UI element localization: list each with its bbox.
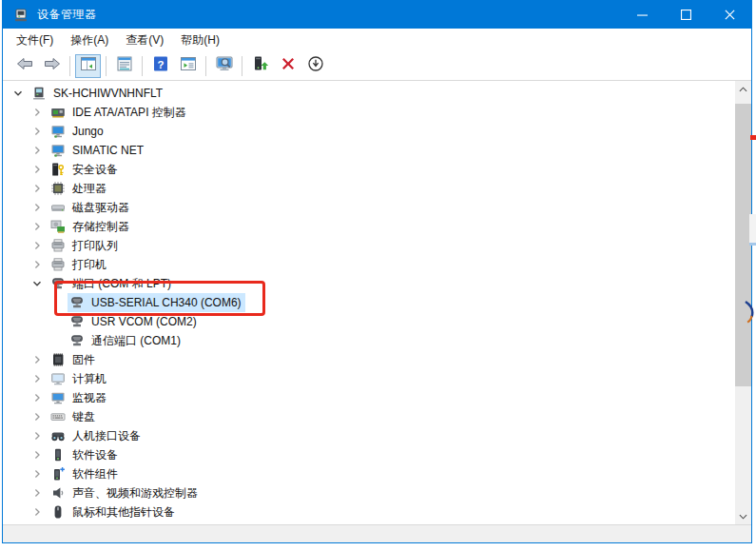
- screen: { "window": { "title": "设备管理器", "accent_…: [0, 0, 756, 551]
- tree-item-main[interactable]: 打印队列: [48, 236, 122, 255]
- collapsed-expander-icon[interactable]: [31, 468, 43, 480]
- scroll-down-button[interactable]: [735, 508, 751, 524]
- collapsed-expander-icon[interactable]: [31, 183, 43, 194]
- tree-item-main[interactable]: 人机接口设备: [48, 426, 145, 445]
- tree-item-disk-drives[interactable]: 磁盘驱动器: [3, 198, 735, 217]
- tree-item-main[interactable]: 处理器: [48, 179, 110, 198]
- tree-item-main[interactable]: Jungo: [48, 122, 107, 141]
- collapsed-expander-icon[interactable]: [31, 506, 43, 518]
- tree-item-main[interactable]: 监视器: [48, 388, 110, 407]
- toolbar-forward-button[interactable]: [39, 54, 65, 78]
- tree-item-hid-devices[interactable]: 人机接口设备: [3, 426, 735, 445]
- tree-item-printers[interactable]: 打印机: [3, 255, 735, 274]
- tree-item-main[interactable]: 键盘: [48, 407, 99, 426]
- tree-item-main[interactable]: 鼠标和其他指针设备: [48, 502, 179, 521]
- tree-item-storage-controllers[interactable]: 存储控制器: [3, 217, 735, 236]
- scroll-up-button[interactable]: [735, 81, 751, 97]
- tree-item-ports[interactable]: 端口 (COM 和 LPT): [3, 274, 735, 293]
- tree-item-main[interactable]: 计算机: [48, 369, 110, 388]
- collapsed-expander-icon[interactable]: [31, 259, 43, 270]
- tree-item-monitors[interactable]: 监视器: [3, 388, 735, 407]
- tree-item-main[interactable]: SK-HCHIWVNHNFLT: [29, 84, 166, 103]
- menu-file[interactable]: 文件(F): [8, 29, 62, 52]
- tree-item-main[interactable]: 打印机: [48, 255, 110, 274]
- tree-item-main[interactable]: IDE ATA/ATAPI 控制器: [48, 103, 190, 122]
- tree-item-main[interactable]: 安全设备: [48, 160, 122, 179]
- close-button[interactable]: [708, 1, 751, 29]
- collapsed-expander-icon[interactable]: [31, 487, 43, 499]
- tree-item-print-queues[interactable]: 打印队列: [3, 236, 735, 255]
- tree-item-main[interactable]: SIMATIC NET: [48, 141, 147, 160]
- toolbar-console-tree-button[interactable]: [75, 54, 101, 78]
- tree-item-sound-video-game[interactable]: 声音、视频和游戏控制器: [3, 483, 735, 502]
- expanded-expander-icon[interactable]: [12, 88, 24, 99]
- collapsed-expander-icon[interactable]: [31, 392, 43, 403]
- menu-action[interactable]: 操作(A): [62, 29, 117, 52]
- expanded-expander-icon[interactable]: [31, 278, 43, 289]
- tree-item-root[interactable]: SK-HCHIWVNHNFLT: [3, 84, 735, 103]
- collapsed-expander-icon[interactable]: [31, 202, 43, 213]
- tree-item-label: 人机接口设备: [72, 428, 141, 444]
- menu-view[interactable]: 查看(V): [117, 29, 172, 52]
- toolbar-disable-device-button[interactable]: [302, 54, 328, 78]
- tree-item-firmware[interactable]: 固件: [3, 350, 735, 369]
- tree-item-main[interactable]: 通信端口 (COM1): [68, 331, 184, 350]
- monitor-icon: [50, 390, 66, 405]
- collapsed-expander-icon[interactable]: [31, 107, 43, 118]
- tree-item-main[interactable]: USR VCOM (COM2): [68, 312, 201, 331]
- toolbar-uninstall-button[interactable]: [275, 54, 300, 78]
- collapsed-expander-icon[interactable]: [31, 430, 43, 442]
- tree-item-main[interactable]: 固件: [48, 350, 99, 369]
- tree-item-main[interactable]: 软件组件: [48, 464, 122, 483]
- toolbar-action-pane-button[interactable]: [175, 54, 201, 78]
- tree-item-security-devices[interactable]: 安全设备: [3, 160, 735, 179]
- toolbar-update-driver-button[interactable]: [247, 54, 273, 78]
- tree-item-software-components[interactable]: 软件组件: [3, 464, 735, 483]
- toolbar-properties-button[interactable]: [111, 54, 137, 78]
- collapsed-expander-icon[interactable]: [31, 164, 43, 175]
- collapsed-expander-icon[interactable]: [31, 126, 43, 137]
- tree-item-software-devices[interactable]: 软件设备: [3, 445, 735, 464]
- tree-item-jungo[interactable]: Jungo: [3, 122, 735, 141]
- menu-help[interactable]: 帮助(H): [172, 29, 228, 52]
- tree-item-mice[interactable]: 鼠标和其他指针设备: [3, 502, 735, 521]
- properties-icon: [115, 54, 134, 77]
- tree-item-label: 计算机: [72, 371, 107, 387]
- tree-item-main[interactable]: USB-SERIAL CH340 (COM6): [68, 293, 245, 312]
- maximize-button[interactable]: [664, 1, 708, 29]
- tree-item-ide-controllers[interactable]: IDE ATA/ATAPI 控制器: [3, 103, 735, 122]
- tree-item-simatic-net[interactable]: SIMATIC NET: [3, 141, 735, 160]
- svg-text:?: ?: [157, 59, 164, 70]
- tree-item-main[interactable]: 磁盘驱动器: [48, 198, 133, 217]
- tree-item-label: 处理器: [72, 181, 107, 197]
- collapsed-expander-icon[interactable]: [31, 449, 43, 461]
- serial-port-icon: [69, 333, 85, 348]
- tree-item-usb-serial-ch340[interactable]: USB-SERIAL CH340 (COM6): [3, 293, 735, 312]
- minimize-button[interactable]: [620, 1, 664, 29]
- collapsed-expander-icon[interactable]: [31, 221, 43, 232]
- tree-item-label: 安全设备: [72, 162, 118, 178]
- collapsed-expander-icon[interactable]: [31, 145, 43, 156]
- tree-item-keyboards[interactable]: 键盘: [3, 407, 735, 426]
- tree-item-main[interactable]: 存储控制器: [48, 217, 133, 236]
- tree-item-main[interactable]: 软件设备: [48, 445, 122, 464]
- collapsed-expander-icon[interactable]: [31, 354, 43, 365]
- tree-item-processors[interactable]: 处理器: [3, 179, 735, 198]
- collapsed-expander-icon[interactable]: [31, 411, 43, 423]
- tree-item-label: 存储控制器: [72, 219, 129, 235]
- collapsed-expander-icon[interactable]: [31, 240, 43, 251]
- tree-item-com1[interactable]: 通信端口 (COM1): [3, 331, 735, 350]
- tree-item-computers[interactable]: 计算机: [3, 369, 735, 388]
- collapsed-expander-icon[interactable]: [31, 373, 43, 384]
- tree-item-usr-vcom[interactable]: USR VCOM (COM2): [3, 312, 735, 331]
- tree-item-main[interactable]: 声音、视频和游戏控制器: [48, 483, 202, 502]
- tree-item-main[interactable]: 端口 (COM 和 LPT): [48, 274, 175, 293]
- edge-artifact-window-fragment: [749, 214, 756, 246]
- toolbar-back-button[interactable]: [11, 54, 37, 78]
- disk-drive-icon: [50, 200, 66, 215]
- toolbar-help-button[interactable]: ?: [147, 54, 173, 78]
- update-driver-icon: [251, 54, 270, 77]
- toolbar-scan-hardware-button[interactable]: [211, 54, 237, 78]
- keyboard-icon: [50, 409, 66, 424]
- forward-icon: [43, 54, 62, 77]
